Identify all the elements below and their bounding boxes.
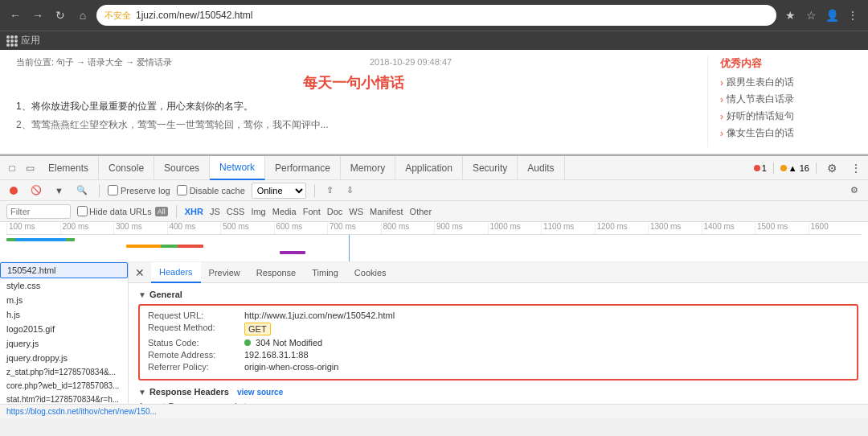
export-btn[interactable]: ⇩ (343, 183, 357, 197)
filter-img[interactable]: Img (251, 207, 265, 216)
details-close-btn[interactable]: ✕ (132, 265, 148, 281)
search-btn[interactable]: 🔍 (73, 183, 91, 197)
tab-application[interactable]: Application (395, 156, 463, 180)
filter-js[interactable]: JS (210, 207, 220, 216)
preserve-log-checkbox[interactable]: Preserve log (108, 185, 170, 195)
network-throttle-select[interactable]: Online Fast 3G Slow 3G Offline (252, 183, 306, 199)
filter-other[interactable]: Other (410, 207, 432, 216)
error-badge: 1 (754, 163, 767, 173)
warning-count: ▲ 16 (788, 163, 809, 173)
devtools-inspect-btn[interactable]: □ (3, 159, 21, 177)
tab-performance[interactable]: Performance (265, 156, 341, 180)
tab-elements[interactable]: Elements (39, 156, 99, 180)
file-item-4[interactable]: logo2015.gif (0, 322, 128, 336)
bookmarks-bar: 应用 (0, 31, 868, 50)
devtools-device-btn[interactable]: ▭ (21, 159, 39, 177)
file-item-6[interactable]: jquery.droppy.js (0, 351, 128, 365)
tab-sources[interactable]: Sources (154, 156, 210, 180)
file-item-3[interactable]: h.js (0, 307, 128, 322)
preserve-log-input[interactable] (108, 185, 118, 195)
filter-css[interactable]: CSS (227, 207, 245, 216)
file-item-9[interactable]: stat.htm?id=1278570834&r=h... (0, 393, 128, 404)
profile-button[interactable]: 👤 (823, 6, 841, 24)
general-title: General (149, 290, 182, 299)
devtools-menu-btn[interactable]: ⋮ (847, 159, 865, 177)
tab-security[interactable]: Security (463, 156, 518, 180)
accept-ranges-row: Accept-Ranges: bytes (138, 401, 858, 404)
filter-media[interactable]: Media (272, 207, 297, 216)
disable-cache-checkbox[interactable]: Disable cache (177, 185, 245, 195)
file-item-2[interactable]: m.js (0, 293, 128, 307)
tab-memory[interactable]: Memory (341, 156, 395, 180)
apps-button[interactable]: 应用 (6, 34, 40, 47)
tick-200: 200 ms (60, 222, 114, 234)
clear-btn[interactable]: 🚫 (27, 183, 45, 197)
back-button[interactable]: ← (6, 6, 24, 24)
details-tab-cookies[interactable]: Cookies (346, 262, 395, 283)
sidebar-link-4[interactable]: 像女生告白的话 (720, 126, 852, 140)
forward-button[interactable]: → (29, 6, 47, 24)
sidebar-link-3[interactable]: 好听的情话短句 (720, 109, 852, 123)
file-item-5[interactable]: jquery.js (0, 336, 128, 351)
hide-data-urls-label[interactable]: Hide data URLs All (77, 206, 168, 216)
general-section-header[interactable]: ▼ General (138, 290, 858, 299)
filter-font[interactable]: Font (303, 207, 321, 216)
details-tab-response[interactable]: Response (248, 262, 305, 283)
tab-console[interactable]: Console (99, 156, 154, 180)
filter-xhr[interactable]: XHR (185, 207, 203, 216)
settings-network-btn[interactable]: ⚙ (847, 183, 862, 197)
page-content: 当前位置: 句子 → 语录大全 → 爱情话录 每天一句小情话 1、将你放进我心里… (0, 50, 868, 154)
tick-300: 300 ms (113, 222, 167, 234)
status-code-row: Status Code: 304 Not Modified (148, 338, 849, 348)
filter-manifest[interactable]: Manifest (370, 207, 403, 216)
apps-label: 应用 (21, 34, 40, 47)
details-tab-timing[interactable]: Timing (304, 262, 346, 283)
bottom-url: https://blog.csdn.net/ithov/chen/new/150… (6, 407, 157, 416)
filter-ws[interactable]: WS (349, 207, 363, 216)
filter-input[interactable] (6, 204, 71, 219)
address-bar[interactable]: 不安全 1juzi.com/new/150542.html (96, 5, 776, 26)
file-item-1[interactable]: style.css (0, 278, 128, 293)
accept-ranges-val: bytes (235, 401, 256, 404)
view-source-link[interactable]: view source (237, 388, 283, 397)
remote-address-key: Remote Address: (148, 350, 244, 360)
hide-data-urls-checkbox[interactable] (77, 206, 88, 216)
reload-button[interactable]: ↻ (51, 6, 69, 24)
triangle-icon: ▼ (138, 290, 146, 299)
import-btn[interactable]: ⇧ (323, 183, 337, 197)
file-item-7[interactable]: z_stat.php?id=1278570834&... (0, 365, 128, 379)
details-tab-headers[interactable]: Headers (151, 262, 201, 283)
error-count: 1 (762, 163, 767, 173)
details-tab-preview[interactable]: Preview (201, 262, 248, 283)
tab-audits[interactable]: Audits (518, 156, 564, 180)
sidebar-link-2[interactable]: 情人节表白话录 (720, 93, 852, 106)
home-button[interactable]: ⌂ (74, 6, 92, 24)
devtools-settings-btn[interactable]: ⚙ (823, 159, 841, 177)
file-item-0[interactable]: 150542.html (0, 262, 128, 278)
filter-doc[interactable]: Doc (327, 207, 343, 216)
sidebar-link-1[interactable]: 跟男生表白的话 (720, 76, 852, 89)
tick-1300: 1300 ms (648, 222, 702, 234)
response-headers-section-header[interactable]: ▼ Response Headers view source (138, 387, 858, 397)
tick-800: 800 ms (381, 222, 435, 234)
file-item-8[interactable]: core.php?web_id=127857083... (0, 379, 128, 393)
response-headers-section: ▼ Response Headers view source Accept-Ra… (138, 387, 858, 404)
tick-1000: 1000 ms (488, 222, 542, 234)
disable-cache-input[interactable] (177, 185, 187, 195)
star-button[interactable]: ☆ (802, 6, 820, 24)
bookmark-button[interactable]: ★ (781, 6, 799, 24)
timeline-requests (6, 235, 862, 262)
warning-badge: ▲ 16 (780, 163, 809, 173)
tick-100: 100 ms (6, 222, 60, 234)
record-btn[interactable] (6, 185, 21, 196)
filter-btn[interactable]: ▼ (51, 184, 67, 197)
tick-700: 700 ms (327, 222, 381, 234)
apps-grid-icon (6, 35, 18, 47)
menu-button[interactable]: ⋮ (844, 6, 862, 24)
details-tab-bar: ✕ Headers Preview Response Timing Cookie… (129, 262, 868, 283)
tab-network[interactable]: Network (210, 156, 265, 180)
request-url-val: http://www.1juzi.com/new/150542.html (244, 311, 395, 320)
tick-500: 500 ms (220, 222, 274, 234)
referrer-policy-key: Referrer Policy: (148, 362, 244, 372)
referrer-policy-val: origin-when-cross-origin (244, 362, 338, 372)
